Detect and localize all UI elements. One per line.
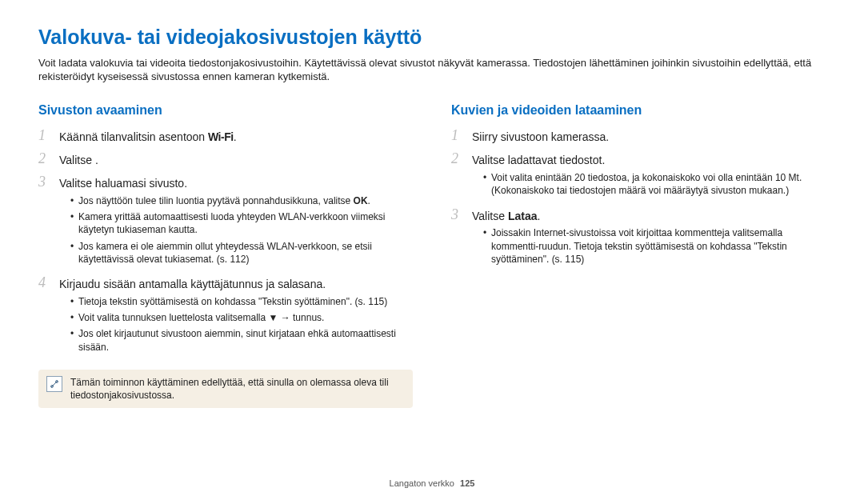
- step-2-text: Valitse .: [59, 153, 413, 168]
- step-1-pre: Käännä tilanvalitsin asentoon: [59, 130, 208, 143]
- r-step-3-text: Valitse Lataa.: [472, 209, 826, 224]
- r-step-1: 1 Siirry sivustoon kamerassa.: [451, 130, 826, 148]
- list-item: Jos olet kirjautunut sivustoon aiemmin, …: [70, 327, 413, 353]
- step-4-text: Kirjaudu sisään antamalla käyttäjätunnus…: [59, 277, 413, 292]
- footer-section: Langaton verkko: [390, 478, 454, 488]
- step-number: 4: [38, 275, 51, 358]
- footer-page-number: 125: [460, 478, 474, 488]
- list-item: Joissakin Internet-sivustoissa voit kirj…: [483, 226, 826, 266]
- step-4: 4 Kirjaudu sisään antamalla käyttäjätunn…: [38, 277, 413, 360]
- step-2: 2 Valitse .: [38, 153, 413, 171]
- list-item: Voit valita tunnuksen luettelosta valits…: [70, 311, 413, 324]
- right-heading: Kuvien ja videoiden lataaminen: [451, 102, 826, 119]
- step-3-bullets: Jos näyttöön tulee tilin luontia pyytävä…: [59, 194, 413, 266]
- list-item: Jos kamera ei ole aiemmin ollut yhteydes…: [70, 240, 413, 266]
- step-1-text: Käännä tilanvalitsin asentoon Wi-Fi.: [59, 130, 413, 145]
- r-step-2: 2 Valitse ladattavat tiedostot. Voit val…: [451, 153, 826, 203]
- list-item: Jos näyttöön tulee tilin luontia pyytävä…: [70, 194, 413, 207]
- svg-line-0: [51, 381, 58, 387]
- step-number: 1: [38, 128, 51, 146]
- step-4-bullets: Tietoja tekstin syöttämisestä on kohdass…: [59, 295, 413, 354]
- note-text: Tämän toiminnon käyttäminen edellyttää, …: [70, 376, 405, 402]
- step-number: 3: [38, 174, 51, 270]
- left-heading: Sivuston avaaminen: [38, 102, 413, 119]
- step-2-pre: Valitse: [59, 154, 95, 166]
- r-step-3-bullets: Joissakin Internet-sivustoissa voit kirj…: [472, 226, 826, 266]
- list-item: Voit valita enintään 20 tiedostoa, ja ko…: [483, 171, 826, 197]
- list-item: Tietoja tekstin syöttämisestä on kohdass…: [70, 295, 413, 308]
- page-footer: Langaton verkko 125: [0, 478, 864, 490]
- step-number: 1: [451, 128, 464, 146]
- step-number: 2: [451, 151, 464, 202]
- r-step-3-pre: Valitse: [472, 210, 508, 222]
- right-column: Kuvien ja videoiden lataaminen 1 Siirry …: [451, 102, 826, 408]
- step-3: 3 Valitse haluamasi sivusto. Jos näyttöö…: [38, 176, 413, 272]
- note-box: Tämän toiminnon käyttäminen edellyttää, …: [38, 370, 413, 408]
- bullet-post: .: [368, 195, 370, 206]
- chevron-down-icon: ▼: [268, 311, 278, 324]
- wifi-label: Wi-Fi: [208, 130, 234, 143]
- bullet-pre: Voit valita tunnuksen luettelosta valits…: [78, 312, 268, 323]
- bullet-pre: Jos näyttöön tulee tilin luontia pyytävä…: [78, 195, 354, 206]
- r-step-2-bullets: Voit valita enintään 20 tiedostoa, ja ko…: [472, 171, 826, 197]
- r-step-3-post: .: [537, 210, 540, 222]
- step-number: 2: [38, 151, 51, 170]
- step-1-post: .: [234, 130, 237, 143]
- r-step-3: 3 Valitse Lataa. Joissakin Internet-sivu…: [451, 209, 826, 272]
- step-1: 1 Käännä tilanvalitsin asentoon Wi-Fi.: [38, 130, 413, 148]
- r-step-2-text: Valitse ladattavat tiedostot.: [472, 153, 826, 168]
- page-title: Valokuva- tai videojakosivustojen käyttö: [38, 24, 826, 51]
- step-number: 3: [451, 207, 464, 270]
- step-3-text: Valitse haluamasi sivusto.: [59, 176, 413, 191]
- bullet-bold: OK: [354, 195, 368, 206]
- intro-paragraph: Voit ladata valokuvia tai videoita tiedo…: [38, 56, 826, 84]
- note-icon: [46, 376, 62, 392]
- left-column: Sivuston avaaminen 1 Käännä tilanvalitsi…: [38, 102, 413, 408]
- r-step-1-text: Siirry sivustoon kamerassa.: [472, 130, 826, 145]
- step-2-post: .: [95, 154, 98, 166]
- list-item: Kamera yrittää automaattisesti luoda yht…: [70, 210, 413, 236]
- bullet-mid: →: [278, 312, 293, 323]
- bullet-post: tunnus.: [293, 312, 324, 323]
- r-step-3-bold: Lataa: [508, 210, 538, 222]
